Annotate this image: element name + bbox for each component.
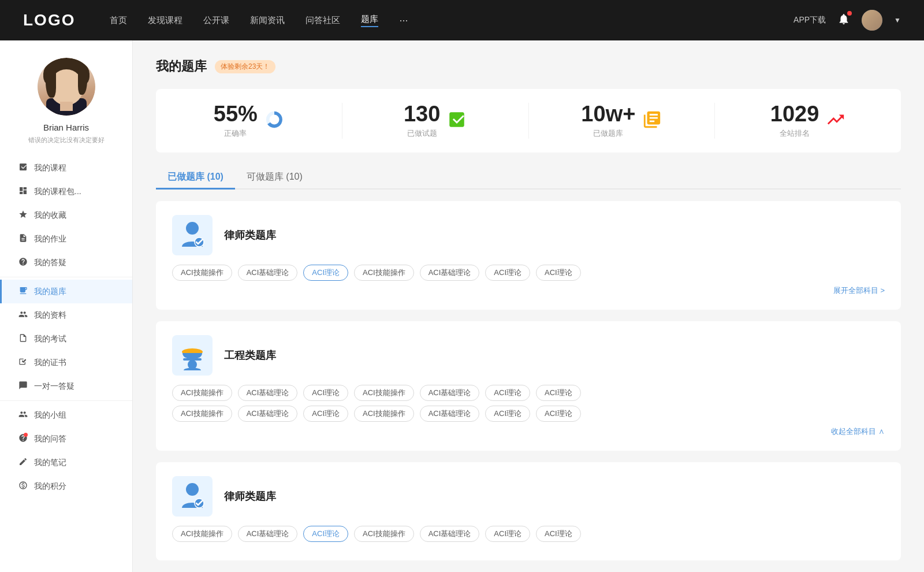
sidebar-item-my-group[interactable]: 我的小组 — [0, 403, 132, 427]
cert-icon — [18, 357, 28, 368]
exam-icon — [18, 333, 28, 344]
sidebar-item-one-on-one[interactable]: 一对一答疑 — [0, 374, 132, 398]
trial-badge: 体验剩余23天！ — [215, 60, 275, 73]
banks-count-value: 10w+ — [581, 103, 635, 125]
user-menu-chevron[interactable]: ▼ — [894, 16, 901, 24]
sidebar-item-my-points[interactable]: 我的积分 — [0, 474, 132, 498]
tag-item[interactable]: ACI基础理论 — [420, 526, 480, 542]
my-package-label: 我的课程包... — [34, 187, 81, 197]
tag-item[interactable]: ACI技能操作 — [172, 406, 232, 422]
nav-qa[interactable]: 问答社区 — [305, 15, 340, 26]
tag-item[interactable]: ACI理论 — [536, 265, 581, 281]
expand-link-1[interactable]: 展开全部科目 > — [172, 285, 885, 296]
sidebar-item-my-favorites[interactable]: 我的收藏 — [0, 203, 132, 227]
tag-item[interactable]: ACI技能操作 — [354, 406, 414, 422]
qbank-tags-2b: ACI技能操作 ACI基础理论 ACI理论 ACI技能操作 ACI基础理论 AC… — [172, 406, 885, 422]
tag-item[interactable]: ACI理论 — [303, 406, 348, 422]
sidebar-item-my-cert[interactable]: 我的证书 — [0, 351, 132, 374]
stats-card: 55% 正确率 130 已做试题 — [156, 89, 901, 153]
tag-item[interactable]: ACI技能操作 — [172, 526, 232, 542]
rank-label: 全站排名 — [770, 128, 819, 139]
qbank-icon-engineer — [172, 335, 213, 376]
my-exam-label: 我的考试 — [34, 334, 66, 344]
page-wrapper: Brian Harris 错误的决定比没有决定要好 我的课程 我的课程包... … — [0, 40, 924, 572]
qbank-title-2: 工程类题库 — [224, 348, 276, 362]
sidebar-item-my-bank[interactable]: 我的题库 — [0, 280, 132, 303]
sidebar-item-my-qa[interactable]: 我的答疑 — [0, 251, 132, 274]
tag-item[interactable]: ACI技能操作 — [354, 526, 414, 542]
tag-item[interactable]: ACI技能操作 — [354, 385, 414, 401]
accuracy-label: 正确率 — [214, 128, 258, 139]
nav-discover[interactable]: 发现课程 — [148, 15, 182, 26]
stat-rank: 1029 全站排名 — [715, 103, 901, 139]
svg-point-1 — [269, 115, 279, 125]
answers-badge-dot — [24, 433, 28, 437]
navbar-right: APP下载 ▼ — [793, 10, 901, 31]
tag-item[interactable]: ACI技能操作 — [354, 265, 414, 281]
banks-count-icon — [642, 110, 662, 132]
nav-links: 首页 发现课程 公开课 新闻资讯 问答社区 题库 ··· — [110, 14, 793, 27]
sidebar-motto: 错误的决定比没有决定要好 — [17, 136, 116, 144]
nav-bank[interactable]: 题库 — [361, 14, 378, 27]
tag-item[interactable]: ACI理论 — [536, 526, 581, 542]
tag-item[interactable]: ACI基础理论 — [420, 385, 480, 401]
nav-news[interactable]: 新闻资讯 — [250, 15, 285, 26]
nav-more[interactable]: ··· — [399, 14, 408, 27]
tab-available-banks[interactable]: 可做题库 (10) — [235, 166, 314, 190]
done-count-icon — [447, 110, 467, 132]
oneone-icon — [18, 381, 28, 392]
points-icon — [18, 481, 28, 492]
tab-done-banks[interactable]: 已做题库 (10) — [156, 166, 235, 190]
user-avatar[interactable] — [862, 10, 882, 31]
tag-item[interactable]: ACI基础理论 — [238, 526, 298, 542]
my-qa-label: 我的答疑 — [34, 258, 66, 268]
sidebar-item-my-answers[interactable]: 我的问答 — [0, 427, 132, 451]
tag-item[interactable]: ACI基础理论 — [420, 265, 480, 281]
package-icon — [18, 186, 28, 197]
tag-item[interactable]: ACI理论 — [485, 385, 530, 401]
collapse-link-2[interactable]: 收起全部科目 ∧ — [172, 426, 885, 437]
qbank-header-1: 律师类题库 — [172, 215, 885, 255]
tag-item[interactable]: ACI技能操作 — [172, 385, 232, 401]
banks-count-label: 已做题库 — [581, 128, 635, 139]
app-download-link[interactable]: APP下载 — [793, 15, 826, 25]
tag-item[interactable]: ACI理论 — [485, 265, 530, 281]
navbar: LOGO 首页 发现课程 公开课 新闻资讯 问答社区 题库 ··· APP下载 … — [0, 0, 924, 40]
qbank-tags-2a: ACI技能操作 ACI基础理论 ACI理论 ACI技能操作 ACI基础理论 AC… — [172, 385, 885, 401]
qa-icon — [18, 257, 28, 268]
tag-item[interactable]: ACI理论 — [536, 406, 581, 422]
tag-item[interactable]: ACI理论 — [485, 406, 530, 422]
homework-icon — [18, 233, 28, 244]
profile-icon — [18, 310, 28, 321]
bank-icon — [18, 286, 28, 297]
divider2 — [0, 400, 132, 401]
nav-open-course[interactable]: 公开课 — [203, 15, 229, 26]
sidebar-item-my-notes[interactable]: 我的笔记 — [0, 451, 132, 474]
tag-item[interactable]: ACI基础理论 — [420, 406, 480, 422]
sidebar: Brian Harris 错误的决定比没有决定要好 我的课程 我的课程包... … — [0, 40, 133, 572]
main-content: 我的题库 体验剩余23天！ 55% 正确率 — [133, 40, 924, 572]
notification-bell[interactable] — [837, 13, 850, 28]
qbank-tags-3: ACI技能操作 ACI基础理论 ACI理论 ACI技能操作 ACI基础理论 AC… — [172, 526, 885, 542]
tag-item[interactable]: ACI理论 — [536, 385, 581, 401]
my-group-label: 我的小组 — [34, 410, 66, 421]
sidebar-item-my-package[interactable]: 我的课程包... — [0, 180, 132, 203]
sidebar-item-my-profile[interactable]: 我的资料 — [0, 303, 132, 327]
sidebar-item-my-course[interactable]: 我的课程 — [0, 156, 132, 180]
tabs-row: 已做题库 (10) 可做题库 (10) — [156, 166, 901, 190]
logo[interactable]: LOGO — [23, 11, 75, 29]
tag-item[interactable]: ACI理论 — [303, 385, 348, 401]
my-cert-label: 我的证书 — [34, 358, 66, 368]
my-points-label: 我的积分 — [34, 481, 66, 492]
tag-item[interactable]: ACI基础理论 — [238, 406, 298, 422]
tag-item[interactable]: ACI技能操作 — [172, 265, 232, 281]
tag-item[interactable]: ACI基础理论 — [238, 265, 298, 281]
tag-item-selected[interactable]: ACI理论 — [303, 526, 348, 542]
avatar-image — [862, 10, 882, 31]
tag-item[interactable]: ACI基础理论 — [238, 385, 298, 401]
nav-home[interactable]: 首页 — [110, 15, 127, 26]
tag-item-selected[interactable]: ACI理论 — [303, 265, 348, 281]
tag-item[interactable]: ACI理论 — [485, 526, 530, 542]
sidebar-item-my-homework[interactable]: 我的作业 — [0, 227, 132, 251]
sidebar-item-my-exam[interactable]: 我的考试 — [0, 327, 132, 351]
